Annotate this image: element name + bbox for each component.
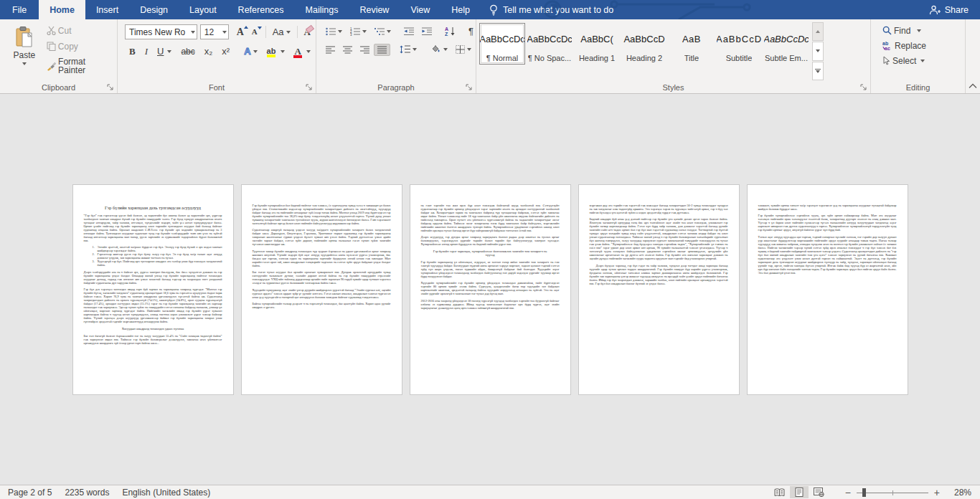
change-case-button[interactable]: Aa (269, 25, 294, 39)
increase-indent-button[interactable] (418, 25, 435, 38)
tab-insert[interactable]: Insert (85, 0, 129, 19)
subscript-button[interactable]: x₂ (200, 44, 217, 58)
bullets-button[interactable] (322, 25, 346, 38)
font-dialog-launcher[interactable] (306, 84, 313, 91)
document-page-4[interactable]: мэргэжил рүү энэ тэрийн гэж хэрэгтэй гэж… (578, 184, 740, 395)
shrink-font-button[interactable]: A (248, 26, 261, 38)
language-indicator[interactable]: English (United States) (116, 488, 217, 498)
document-subheading: Гэр бүлийн зэрэг харилцаа, хүчирхийллээс… (433, 250, 548, 257)
tab-help[interactable]: Help (440, 0, 481, 19)
bold-button[interactable]: B (125, 44, 140, 58)
tab-design[interactable]: Design (129, 0, 179, 19)
strikethrough-button[interactable]: abc (176, 45, 199, 58)
style-card-subtleem[interactable]: AaBbCcDcSubtle Em... (763, 23, 809, 65)
style-card-normal[interactable]: AaBbCcDc¶ Normal (479, 23, 525, 65)
paragraph-dialog-launcher[interactable] (466, 84, 473, 91)
font-name-combo[interactable]: Times New Ro (125, 24, 197, 39)
paragraph: Хүүхдийн хүмүүжилд эцэг эхийн үлгэр дуур… (253, 288, 391, 299)
find-label: Find (894, 27, 910, 35)
zoom-slider[interactable] (857, 488, 928, 498)
tab-review[interactable]: Review (349, 0, 400, 19)
paste-label: Paste (14, 50, 36, 60)
document-page-3[interactable]: нь гэмт хэргийн тоо жил ирэх бүр өсөн нэ… (410, 184, 571, 395)
style-preview: AaBbCcDc (764, 24, 809, 54)
zoom-in-button[interactable]: + (928, 487, 946, 498)
borders-grid-icon (456, 45, 465, 54)
styles-gallery-scrollbar (812, 22, 824, 80)
superscript-button[interactable]: x² (217, 44, 234, 58)
document-area[interactable]: Гэр бүлийн харилцаан дахь тулгамдсан асу… (0, 94, 980, 485)
paragraph: хэмжилт, хувийн орчны хяналт хоёр зэрэгц… (758, 204, 897, 211)
paste-dropdown-arrow (22, 62, 27, 65)
text-effects-button[interactable]: A (240, 44, 261, 58)
document-page-5[interactable]: хэмжилт, хувийн орчны хяналт хоёр зэрэгц… (747, 184, 908, 395)
word-count[interactable]: 2235 words (58, 488, 116, 498)
collapse-ribbon-chevron-icon[interactable] (969, 83, 977, 89)
style-card-subtitle[interactable]: AaBbCcDSubtitle (716, 23, 762, 65)
tab-view[interactable]: View (400, 0, 440, 19)
tab-file[interactable]: File (0, 0, 39, 19)
tab-mailings[interactable]: Mailings (295, 0, 349, 19)
align-right-button[interactable] (357, 44, 373, 56)
word-window: FileHomeInsertDesignLayoutReferencesMail… (0, 0, 980, 499)
line-spacing-button[interactable] (396, 43, 420, 56)
highlight-color-button[interactable]: ab (263, 45, 290, 57)
styles-more-button[interactable] (812, 62, 824, 80)
font-group-label: Font (118, 83, 316, 92)
web-layout-button[interactable] (809, 486, 829, 498)
style-preview: AaB (669, 24, 714, 54)
document-page-1[interactable]: Гэр бүлийн харилцаан дахь тулгамдсан асу… (72, 184, 234, 395)
font-color-button[interactable]: A (290, 44, 314, 58)
document-page-2[interactable]: Гэр бүлийн хүчирхийлэл бол бидний нийтлэ… (241, 184, 402, 395)
numbering-button[interactable]: 123 (347, 25, 370, 38)
paragraph: Байгаа хүчирхийллийн талаар дээрэлт ч нь… (253, 302, 391, 309)
read-mode-button[interactable] (769, 487, 790, 498)
clipboard-dialog-launcher[interactable] (107, 84, 114, 91)
sort-button[interactable]: AZ (441, 24, 459, 38)
tell-me-box[interactable]: Tell me what you want to do (481, 0, 622, 19)
align-left-button[interactable] (322, 44, 339, 56)
print-layout-button[interactable] (790, 486, 809, 498)
style-card-h1[interactable]: AaBbC(Heading 1 (574, 23, 620, 65)
select-button[interactable]: Select (878, 54, 963, 67)
decrease-indent-button[interactable] (400, 25, 418, 38)
multilevel-list-button[interactable] (371, 25, 395, 38)
format-painter-button[interactable]: Format Painter (43, 55, 116, 77)
find-button[interactable]: Find (878, 24, 963, 37)
borders-button[interactable] (452, 43, 475, 56)
styles-dialog-launcher[interactable] (860, 84, 867, 91)
svg-text:ab: ab (882, 41, 888, 46)
share-button[interactable]: Share (918, 0, 980, 19)
styles-scroll-down-button[interactable] (812, 42, 824, 60)
tab-home[interactable]: Home (39, 0, 85, 19)
font-size-combo[interactable]: 12 (200, 24, 229, 39)
page-indicator[interactable]: Page 2 of 5 (1, 488, 58, 498)
style-card-title[interactable]: AaBTitle (669, 23, 715, 65)
underline-button[interactable]: U (153, 44, 176, 58)
style-card-nospace[interactable]: AaBbCcDc¶ No Spac... (527, 23, 573, 65)
tab-references[interactable]: References (227, 0, 295, 19)
shading-button[interactable] (426, 43, 451, 56)
paste-button[interactable]: Paste (7, 23, 42, 80)
italic-button[interactable]: I (141, 44, 152, 58)
cut-button[interactable]: Cut (43, 24, 116, 37)
align-center-button[interactable] (339, 44, 356, 56)
svg-text:Z: Z (445, 32, 448, 36)
zoom-slider-thumb[interactable] (862, 488, 866, 497)
select-label: Select (892, 57, 916, 65)
styles-scroll-up-button[interactable] (812, 22, 824, 41)
format-painter-label: Format Painter (58, 57, 112, 75)
copy-button[interactable]: Copy (43, 39, 116, 53)
justify-button[interactable] (374, 44, 390, 56)
replace-button[interactable]: abac Replace (878, 39, 963, 52)
clear-formatting-button[interactable]: A (301, 25, 314, 39)
grow-font-button[interactable]: A (233, 25, 248, 39)
zoom-out-button[interactable]: − (839, 487, 857, 498)
line-spacing-icon (400, 45, 410, 54)
list-text: Хүүхэдгүй гэр бүл. Нийгэмд өрх тусгаарла… (98, 260, 222, 267)
style-preview: AaBbC( (575, 24, 619, 54)
zoom-percentage[interactable]: 28% (950, 488, 979, 498)
tab-layout[interactable]: Layout (179, 0, 227, 19)
style-card-h2[interactable]: AaBbCcDHeading 2 (621, 23, 667, 65)
font-size-value: 12 (204, 27, 220, 37)
